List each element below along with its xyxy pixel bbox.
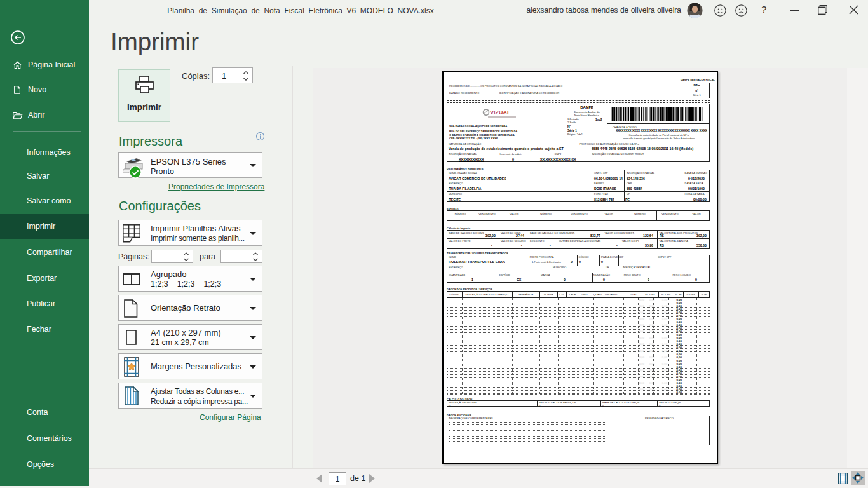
- svg-text:VIZUAL: VIZUAL: [490, 109, 511, 116]
